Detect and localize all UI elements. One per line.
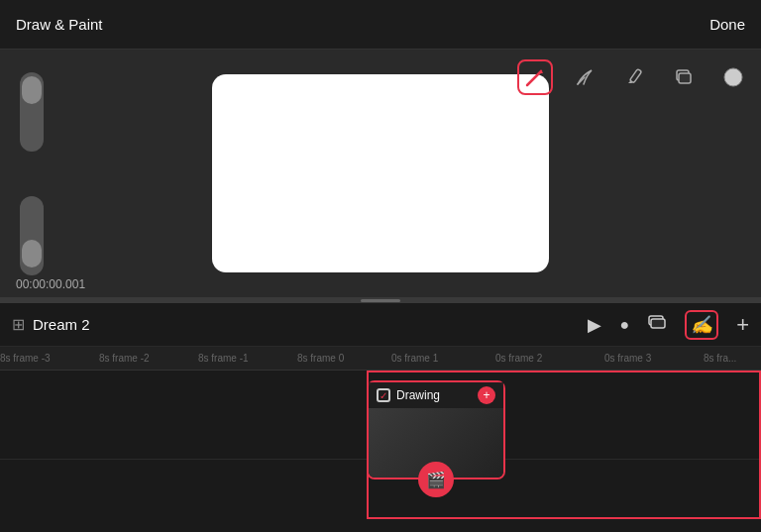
- timeline-controls: ▶ ● ✍ +: [588, 310, 749, 340]
- color-picker-button[interactable]: [715, 59, 751, 95]
- timeline-title: Dream 2: [33, 316, 90, 333]
- pencil-icon: [623, 66, 645, 88]
- add-button[interactable]: +: [736, 312, 749, 338]
- layers-tool-button[interactable]: [666, 59, 702, 95]
- timeline-layers-icon: [647, 312, 667, 332]
- layers-icon: [673, 66, 695, 88]
- frame-label-4: 0s frame 1: [391, 353, 438, 364]
- size-slider[interactable]: [20, 72, 44, 152]
- frame-label-5: 0s frame 2: [495, 353, 542, 364]
- app-title: Draw & Paint: [16, 16, 103, 33]
- opacity-slider-thumb[interactable]: [22, 240, 42, 267]
- timeline-header: ⊞ Dream 2 ▶ ● ✍ +: [0, 303, 761, 347]
- pen-tool-button[interactable]: [517, 59, 553, 95]
- clip-action-icon: 🎬: [426, 471, 446, 489]
- svg-rect-10: [651, 319, 665, 328]
- frame-label-2: 8s frame -1: [198, 353, 249, 364]
- pen-icon: [524, 66, 546, 88]
- play-button[interactable]: ▶: [588, 314, 601, 336]
- timeline-layers-button[interactable]: [647, 312, 667, 337]
- svg-rect-7: [679, 73, 691, 83]
- drawing-clip[interactable]: ✓ Drawing + 🎬: [367, 380, 505, 479]
- pencil-tool-button[interactable]: [616, 59, 652, 95]
- canvas-area: 00:00:00.001: [0, 50, 761, 297]
- opacity-slider[interactable]: [20, 196, 44, 275]
- clip-title: Drawing: [396, 388, 440, 402]
- feather-icon: [574, 66, 596, 88]
- frame-label-6: 0s frame 3: [604, 353, 651, 364]
- record-button[interactable]: ●: [619, 316, 629, 334]
- timeline-title-group: ⊞ Dream 2: [12, 315, 90, 334]
- clip-add-button[interactable]: +: [478, 386, 495, 404]
- svg-line-0: [527, 71, 541, 85]
- toolbar: [517, 59, 751, 95]
- clip-header: ✓ Drawing +: [369, 382, 503, 408]
- done-button[interactable]: Done: [709, 16, 745, 33]
- frame-ruler: 8s frame -3 8s frame -2 8s frame -1 8s f…: [0, 347, 761, 371]
- left-sliders: [20, 50, 44, 297]
- color-circle-icon: [722, 66, 744, 88]
- svg-rect-4: [629, 68, 641, 82]
- draw-animate-button[interactable]: ✍: [685, 310, 718, 340]
- timestamp: 00:00:00.001: [16, 277, 85, 291]
- top-bar: Draw & Paint Done: [0, 0, 761, 50]
- timeline-content: ✓ Drawing + 🎬: [0, 371, 761, 519]
- svg-point-8: [724, 68, 742, 86]
- feather-tool-button[interactable]: [567, 59, 602, 95]
- frame-label-3: 8s frame 0: [297, 353, 344, 364]
- grid-icon: ⊞: [12, 315, 25, 334]
- drawing-canvas[interactable]: [212, 74, 549, 272]
- frame-label-1: 8s frame -2: [99, 353, 150, 364]
- frame-label-7: 8s fra...: [704, 353, 736, 364]
- clip-action-button[interactable]: 🎬: [418, 462, 454, 497]
- clip-checkbox[interactable]: ✓: [377, 388, 390, 402]
- drag-handle-bar: [361, 299, 400, 302]
- frame-label-0: 8s frame -3: [0, 353, 51, 364]
- size-slider-thumb[interactable]: [22, 76, 42, 104]
